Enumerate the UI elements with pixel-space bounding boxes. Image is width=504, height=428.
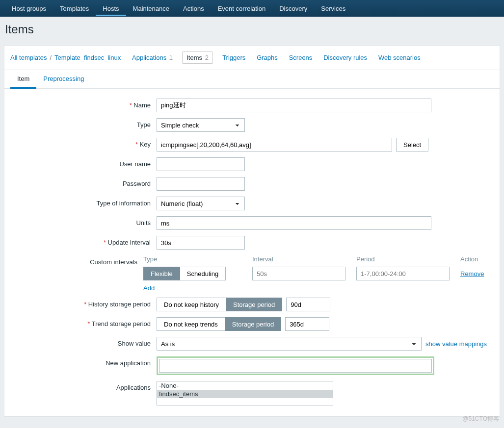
show-value-select[interactable]: As is bbox=[157, 337, 422, 351]
breadcrumb-screens[interactable]: Screens bbox=[289, 54, 313, 61]
ci-header-period: Period bbox=[356, 255, 454, 263]
units-input[interactable] bbox=[157, 216, 431, 230]
label-name: Name bbox=[9, 99, 157, 109]
tab-item[interactable]: Item bbox=[10, 70, 36, 89]
breadcrumb-all-templates[interactable]: All templates bbox=[10, 54, 47, 61]
label-trend-period: Trend storage period bbox=[9, 317, 157, 327]
ci-header-type: Type bbox=[143, 255, 246, 263]
nav-discovery[interactable]: Discovery bbox=[272, 1, 314, 16]
ci-header-action: Action bbox=[460, 255, 495, 263]
breadcrumb-web[interactable]: Web scenarios bbox=[378, 54, 421, 61]
label-key: Key bbox=[9, 138, 157, 148]
nav-event-correlation[interactable]: Event correlation bbox=[211, 1, 273, 16]
breadcrumb-items-current: Items 2 bbox=[182, 51, 213, 64]
label-custom-intervals: Custom intervals bbox=[9, 255, 143, 266]
ci-scheduling-button[interactable]: Scheduling bbox=[180, 267, 226, 280]
breadcrumb-triggers[interactable]: Triggers bbox=[222, 54, 245, 61]
ci-interval-input[interactable] bbox=[252, 267, 345, 280]
typeinfo-select[interactable]: Numeric (float) bbox=[157, 197, 245, 210]
select-button[interactable]: Select bbox=[396, 138, 428, 151]
nav-actions[interactable]: Actions bbox=[176, 1, 211, 16]
label-history-period: History storage period bbox=[9, 298, 157, 308]
label-password: Password bbox=[9, 177, 157, 187]
nav-templates[interactable]: Templates bbox=[53, 1, 96, 16]
app-option[interactable]: findsec_items bbox=[157, 390, 333, 398]
label-username: User name bbox=[9, 157, 157, 168]
key-input[interactable] bbox=[157, 138, 392, 151]
nav-services[interactable]: Services bbox=[314, 1, 352, 16]
label-show-value: Show value bbox=[9, 337, 157, 347]
username-input[interactable] bbox=[157, 157, 245, 171]
tab-preprocessing[interactable]: Preprocessing bbox=[36, 70, 91, 88]
history-value-input[interactable] bbox=[286, 298, 330, 311]
label-type: Type bbox=[9, 118, 157, 128]
ci-flexible-button[interactable]: Flexible bbox=[143, 267, 180, 280]
history-storage-button[interactable]: Storage period bbox=[226, 298, 282, 311]
nav-hosts[interactable]: Hosts bbox=[96, 1, 126, 16]
update-interval-input[interactable] bbox=[157, 236, 245, 250]
tabs: Item Preprocessing bbox=[4, 70, 500, 89]
applications-listbox[interactable]: -None-findsec_items bbox=[157, 381, 333, 405]
content-panel: All templates / Template_findsec_linux A… bbox=[4, 45, 500, 417]
breadcrumb: All templates / Template_findsec_linux A… bbox=[4, 46, 500, 70]
history-no-keep-button[interactable]: Do not keep history bbox=[157, 298, 226, 311]
app-option[interactable]: -None- bbox=[157, 381, 333, 390]
trend-no-keep-button[interactable]: Do not keep trends bbox=[157, 317, 225, 331]
label-units: Units bbox=[9, 216, 157, 227]
type-select[interactable]: Simple check bbox=[157, 118, 245, 132]
breadcrumb-discovery[interactable]: Discovery rules bbox=[323, 54, 367, 61]
breadcrumb-graphs[interactable]: Graphs bbox=[257, 54, 278, 61]
ci-remove-link[interactable]: Remove bbox=[460, 270, 484, 277]
label-applications: Applications bbox=[9, 381, 157, 391]
nav-maintenance[interactable]: Maintenance bbox=[126, 1, 176, 16]
trend-value-input[interactable] bbox=[285, 317, 329, 331]
nav-host-groups[interactable]: Host groups bbox=[5, 1, 53, 16]
breadcrumb-applications[interactable]: Applications bbox=[132, 54, 166, 61]
new-application-input[interactable] bbox=[159, 359, 432, 373]
label-update-interval: Update interval bbox=[9, 236, 157, 246]
ci-header-interval: Interval bbox=[252, 255, 350, 263]
ci-add-link[interactable]: Add bbox=[143, 284, 155, 292]
item-form: Name Type Simple check Key Select User n… bbox=[4, 89, 500, 416]
name-input[interactable] bbox=[157, 99, 431, 112]
trend-storage-button[interactable]: Storage period bbox=[225, 317, 281, 331]
label-new-application: New application bbox=[9, 356, 157, 367]
watermark: @51CTO博客 bbox=[462, 415, 499, 417]
show-value-mappings-link[interactable]: show value mappings bbox=[425, 340, 487, 348]
password-input[interactable] bbox=[157, 177, 245, 191]
label-typeinfo: Type of information bbox=[9, 197, 157, 207]
ci-period-input[interactable] bbox=[356, 267, 450, 280]
page-title: Items bbox=[0, 17, 504, 45]
breadcrumb-template[interactable]: Template_findsec_linux bbox=[54, 54, 121, 61]
top-nav: Host groupsTemplatesHostsMaintenanceActi… bbox=[0, 0, 504, 17]
